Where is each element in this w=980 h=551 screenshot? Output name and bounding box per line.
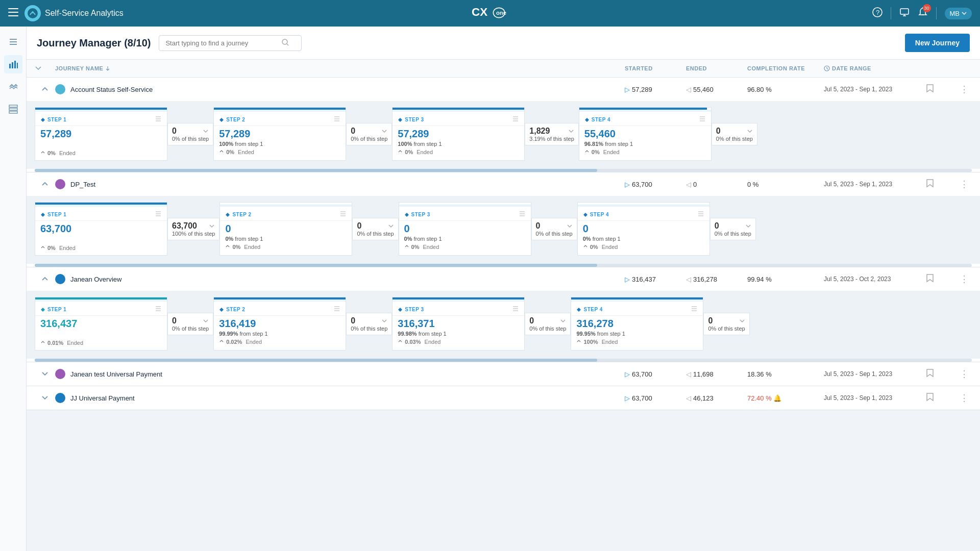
journey-ended: ◁55,460: [686, 86, 747, 93]
step-drag-icon[interactable]: [519, 211, 526, 218]
step-label: STEP 2: [219, 307, 245, 312]
journey-name-cell: Account Status Self-Service: [55, 84, 625, 94]
new-journey-button[interactable]: New Journey: [905, 34, 970, 52]
step-label: STEP 1: [40, 307, 66, 312]
connector-value-last: 0: [716, 127, 753, 136]
step-main-value: 63,700: [35, 221, 167, 235]
journey-row[interactable]: Janean test Universal Payment ▷63,700 ◁1…: [27, 362, 980, 386]
step-label: STEP 1: [40, 212, 66, 217]
journey-search-box[interactable]: [159, 35, 302, 51]
svg-text:CX: CX: [472, 6, 487, 18]
connector-inner-last: 0 0% of this step: [710, 218, 756, 240]
step-drag-icon[interactable]: [691, 306, 698, 313]
step-main-value: 57,289: [214, 126, 346, 140]
monitor-icon[interactable]: [899, 7, 910, 20]
step-connector-1: 0 0% of this step: [167, 297, 213, 350]
step-header: STEP 3: [393, 302, 524, 316]
bookmark-icon[interactable]: [926, 273, 934, 285]
step-connector-1: 0 0% of this step: [167, 107, 213, 161]
journey-row-actions: [926, 368, 957, 380]
step-sub-spacer: [35, 330, 167, 339]
journey-date-range: Jul 5, 2023 - Sep 1, 2023: [824, 370, 926, 378]
expand-chevron[interactable]: [35, 276, 55, 283]
step-header: STEP 2: [220, 207, 352, 221]
expand-chevron[interactable]: [35, 394, 55, 402]
main-layout: Journey Manager (8/10) New Journey JOURN…: [0, 27, 980, 551]
sidebar-item-analytics[interactable]: [4, 55, 22, 73]
page-title: Journey Manager (8/10): [37, 37, 151, 49]
journey-started: ▷63,700: [625, 181, 686, 188]
connector-pct: 100% of this step: [172, 231, 215, 237]
expand-chevron[interactable]: [35, 181, 55, 188]
step-drag-icon[interactable]: [512, 116, 519, 123]
connector-inner: 0 0% of this step: [167, 313, 213, 335]
step-scrollbar[interactable]: [35, 169, 972, 172]
journey-more-menu[interactable]: ⋮: [957, 273, 972, 285]
expand-chevron[interactable]: [35, 370, 55, 378]
started-arrow-icon: ▷: [625, 86, 630, 93]
step-label: STEP 3: [398, 307, 424, 312]
col-completion-rate: COMPLETION RATE: [747, 65, 824, 71]
step-scrollbar[interactable]: [35, 264, 972, 267]
col-started: STARTED: [625, 65, 686, 71]
journey-name: Janean Overview: [70, 276, 121, 283]
step-scrollbar[interactable]: [35, 359, 972, 362]
step-card-4: STEP 4 55,460 96.81% from step 1 0% Ende…: [579, 107, 712, 161]
journey-row[interactable]: Janean Overview ▷316,437 ◁316,278 99.94 …: [27, 267, 980, 291]
started-arrow-icon: ▷: [625, 394, 630, 402]
collapse-all-icon[interactable]: [35, 65, 55, 72]
journey-name: JJ Universal Payment: [70, 394, 135, 402]
step-header: STEP 3: [393, 112, 524, 126]
step-drag-icon[interactable]: [155, 306, 162, 313]
journey-more-menu[interactable]: ⋮: [957, 179, 972, 190]
bookmark-icon[interactable]: [926, 179, 934, 190]
svg-text:?: ?: [876, 9, 879, 16]
sidebar-item-journey[interactable]: [4, 78, 22, 96]
journey-completion-rate: 72.40 % 🔔: [747, 394, 824, 402]
step-card-3: STEP 3 57,289 100% from step 1 0% Ended: [392, 107, 525, 161]
journey-name: Account Status Self-Service: [70, 86, 153, 93]
step-drag-icon[interactable]: [333, 306, 340, 313]
help-icon[interactable]: ?: [872, 7, 883, 20]
expand-chevron[interactable]: [35, 86, 55, 93]
journey-row[interactable]: DP_Test ▷63,700 ◁0 0 % Jul 5, 2023 - Sep…: [27, 172, 980, 196]
svg-rect-0: [8, 8, 18, 9]
menu-hamburger-icon[interactable]: [8, 8, 18, 19]
bookmark-icon[interactable]: [926, 368, 934, 380]
step-connector-last: 0 0% of this step: [710, 202, 756, 256]
step-sub-info: 0% from step 1: [578, 235, 709, 243]
step-drag-icon[interactable]: [699, 116, 706, 123]
search-input[interactable]: [165, 39, 278, 47]
step-drag-icon[interactable]: [339, 211, 347, 218]
connector-inner: 0 0% of this step: [531, 218, 577, 240]
step-drag-icon[interactable]: [512, 306, 519, 313]
journey-row[interactable]: Account Status Self-Service ▷57,289 ◁55,…: [27, 78, 980, 101]
step-drag-icon[interactable]: [333, 116, 340, 123]
notifications-icon[interactable]: 30: [918, 7, 928, 20]
bookmark-icon[interactable]: [926, 84, 934, 95]
step-ended: 0.03% Ended: [393, 338, 524, 349]
sidebar-item-table[interactable]: [4, 100, 22, 118]
user-menu-button[interactable]: MB: [945, 8, 972, 19]
journey-ended: ◁0: [686, 181, 747, 188]
journey-more-menu[interactable]: ⋮: [957, 368, 972, 380]
svg-rect-23: [9, 108, 17, 110]
step-ended: 0% Ended: [220, 243, 352, 254]
journey-row[interactable]: JJ Universal Payment ▷63,700 ◁46,123 72.…: [27, 386, 980, 410]
ended-arrow-icon: ◁: [686, 86, 691, 93]
step-main-value: 316,437: [35, 316, 167, 330]
step-drag-icon[interactable]: [697, 211, 704, 218]
journey-name-cell: Janean Overview: [55, 274, 625, 284]
step-header: STEP 1: [35, 207, 167, 221]
journey-ended: ◁11,698: [686, 370, 747, 378]
step-drag-icon[interactable]: [155, 116, 162, 123]
top-nav-right-icons: ? 30 MB: [872, 7, 972, 20]
step-ended: 0.01% Ended: [35, 339, 167, 350]
journey-more-menu[interactable]: ⋮: [957, 392, 972, 404]
journey-more-menu[interactable]: ⋮: [957, 84, 972, 95]
bookmark-icon[interactable]: [926, 392, 934, 404]
step-main-value: 57,289: [393, 126, 524, 140]
step-card-4: STEP 4 316,278 99.95% from step 1 100% E…: [571, 297, 703, 350]
step-drag-icon[interactable]: [155, 211, 162, 218]
sidebar-item-list[interactable]: [4, 33, 22, 51]
